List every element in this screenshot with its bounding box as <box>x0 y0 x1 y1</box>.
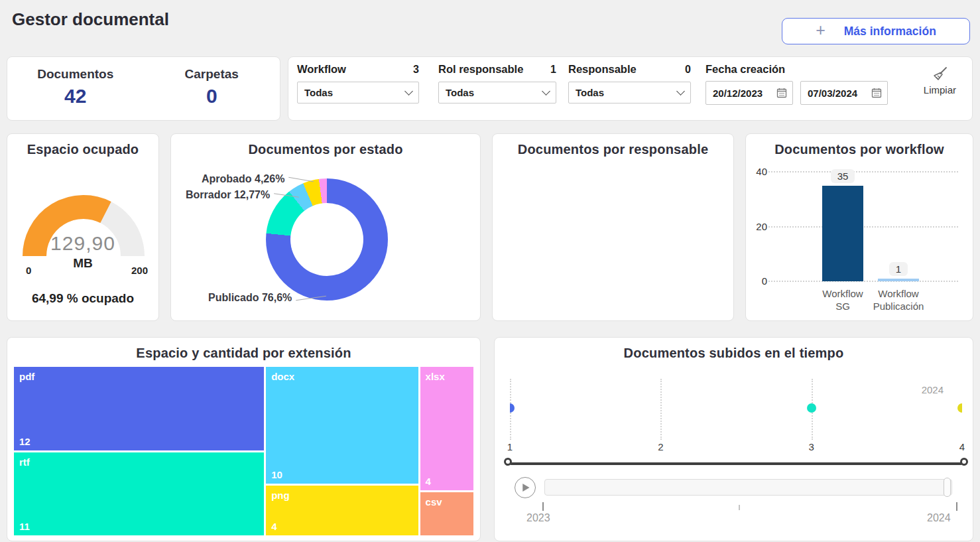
filter-fecha-label: Fecha creación <box>705 63 785 76</box>
kpi-carpetas-label: Carpetas <box>185 67 239 82</box>
y-axis-tick-20: 20 <box>750 221 767 232</box>
workflow-title: Documentos por workflow <box>746 142 973 157</box>
filter-workflow-count: 3 <box>413 64 419 76</box>
filter-rol: Rol responsable 1 Todas <box>438 63 556 103</box>
tile-count: 11 <box>19 521 30 532</box>
date-from-value: 20/12/2023 <box>713 88 763 99</box>
range-slider[interactable] <box>510 462 962 465</box>
filter-responsable: Responsable 0 Todas <box>568 63 691 103</box>
gauge-chart[interactable] <box>7 182 160 268</box>
chevron-down-icon <box>542 87 550 96</box>
treemap-column: pdf 12 rtf 11 <box>14 367 264 535</box>
axis-tick <box>956 502 957 511</box>
axis-year-end: 2024 <box>927 512 951 524</box>
leader-line <box>274 193 299 197</box>
axis-year-start: 2023 <box>526 512 550 524</box>
treemap-tile-xlsx[interactable]: xlsx 4 <box>420 367 473 490</box>
kpi-carpetas: Carpetas 0 <box>144 57 280 120</box>
play-button[interactable] <box>515 477 536 498</box>
treemap-tile-pdf[interactable]: pdf 12 <box>14 367 264 450</box>
more-info-label: Más información <box>844 25 936 38</box>
filter-workflow-head: Workflow 3 <box>297 63 419 76</box>
axis-tick <box>542 502 544 511</box>
tile-label: pdf <box>19 371 34 382</box>
filter-responsable-count: 0 <box>685 64 691 76</box>
bar-workflow-sg[interactable] <box>822 186 863 281</box>
estado-card: Documentos por estado Aprobado 4,26% Bor… <box>170 133 481 321</box>
estado-title: Documentos por estado <box>171 142 480 157</box>
gauge-max-label: 200 <box>131 265 148 276</box>
x-tick-label: 4 <box>959 441 965 452</box>
tile-count: 10 <box>271 469 282 480</box>
workflow-card: Documentos por workflow 40 20 0 35 1 Wor… <box>745 133 973 321</box>
treemap-title: Espacio y cantidad por extensión <box>7 346 480 361</box>
page-title: Gestor documental <box>12 9 169 30</box>
filter-fecha-head: Fecha creación <box>705 63 898 76</box>
chevron-down-icon <box>676 87 685 96</box>
gauge-card: Espacio ocupado 129,90 MB 0 200 64,99 % … <box>7 133 159 321</box>
more-info-button[interactable]: + Más información <box>782 18 970 44</box>
chevron-down-icon <box>404 87 413 96</box>
filter-workflow-label: Workflow <box>297 63 346 76</box>
tiempo-card: Documentos subidos en el tiempo 2024 1 2… <box>494 337 973 541</box>
timeline-scrollbar[interactable] <box>544 479 952 496</box>
gridline <box>768 281 958 282</box>
bar-group-workflow-sg: 35 <box>822 169 863 281</box>
treemap-tile-png[interactable]: png 4 <box>266 486 418 535</box>
tile-label: csv <box>426 496 442 508</box>
treemap-tile-docx[interactable]: docx 10 <box>266 367 418 484</box>
bar-workflow-publicacion[interactable] <box>878 279 919 281</box>
filter-rol-head: Rol responsable 1 <box>438 63 556 76</box>
y-axis-tick-40: 40 <box>750 166 767 177</box>
treemap: pdf 12 rtf 11 docx 10 png 4 <box>14 367 473 535</box>
tile-count: 12 <box>19 436 31 447</box>
leader-line <box>289 176 314 182</box>
kpi-card: Documentos 42 Carpetas 0 <box>7 56 280 121</box>
kpi-carpetas-value: 0 <box>206 85 217 107</box>
data-point[interactable] <box>510 403 515 413</box>
scrollbar-handle[interactable] <box>944 478 951 497</box>
filter-workflow-value: Todas <box>304 87 333 98</box>
gridline <box>660 379 662 440</box>
broom-icon <box>931 66 948 83</box>
filter-responsable-dropdown[interactable]: Todas <box>568 82 691 103</box>
date-to-value: 07/03/2024 <box>808 88 857 99</box>
bar-data-label: 1 <box>889 262 908 276</box>
filter-rol-value: Todas <box>446 87 474 98</box>
date-to-input[interactable]: 07/03/2024 <box>800 81 888 105</box>
donut-label-borrador: Borrador 12,77% <box>186 189 299 201</box>
slider-handle-right[interactable] <box>960 458 968 466</box>
slider-handle-left[interactable] <box>504 458 512 466</box>
calendar-icon[interactable] <box>776 88 787 98</box>
filter-card: Workflow 3 Todas Rol responsable 1 Todas… <box>288 56 973 121</box>
kpi-documentos: Documentos 42 <box>7 57 144 120</box>
filter-rol-dropdown[interactable]: Todas <box>438 82 556 103</box>
filter-rol-label: Rol responsable <box>438 63 523 76</box>
gridline <box>768 171 958 172</box>
tile-count: 4 <box>271 521 276 532</box>
filter-workflow-dropdown[interactable]: Todas <box>297 82 419 103</box>
treemap-tile-csv[interactable]: csv <box>420 492 473 535</box>
data-point[interactable] <box>957 403 962 413</box>
timeline-x-ticks: 1 2 3 4 <box>510 441 962 453</box>
donut-label-publicado: Publicado 76,6% <box>208 292 326 304</box>
limpiar-button[interactable]: Limpiar <box>924 66 956 96</box>
year-label: 2024 <box>922 384 944 395</box>
filter-fecha: Fecha creación 20/12/2023 07/03/2024 <box>705 63 898 105</box>
data-point[interactable] <box>807 403 816 413</box>
gridline <box>768 226 958 228</box>
treemap-tile-rtf[interactable]: rtf 11 <box>14 452 264 536</box>
bar-data-label: 35 <box>831 169 855 183</box>
x-tick-label: 1 <box>507 441 513 452</box>
gauge-min-label: 0 <box>26 265 31 276</box>
limpiar-label: Limpiar <box>924 84 956 96</box>
gauge-value: 129,90 <box>7 232 158 255</box>
tile-label: docx <box>271 371 294 382</box>
treemap-column: xlsx 4 csv <box>420 367 473 535</box>
calendar-icon[interactable] <box>871 88 882 98</box>
responsable-card: Documentos por responsable <box>492 133 734 321</box>
date-from-input[interactable]: 20/12/2023 <box>705 81 793 105</box>
filter-responsable-label: Responsable <box>568 63 637 76</box>
filter-fecha-range: 20/12/2023 07/03/2024 <box>705 81 898 105</box>
donut-label-aprobado: Aprobado 4,26% <box>202 173 314 185</box>
